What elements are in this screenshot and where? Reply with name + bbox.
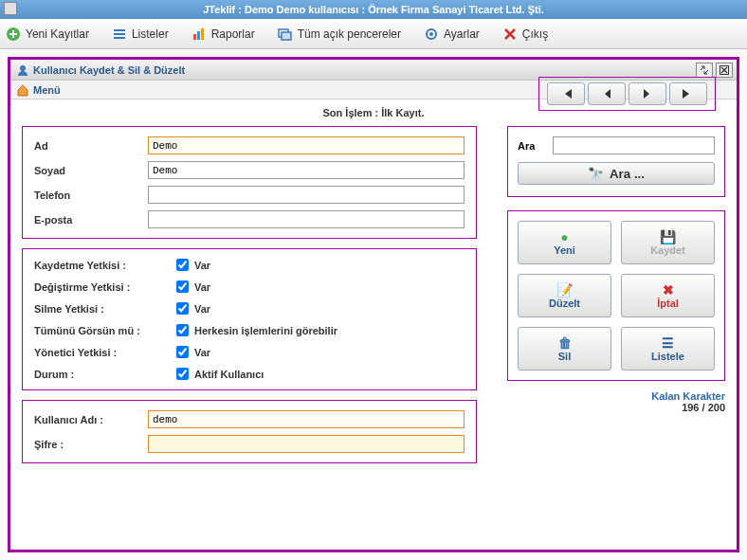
- svg-rect-4: [193, 34, 196, 40]
- kaydetme-checkbox[interactable]: [176, 259, 189, 271]
- maximize-button[interactable]: [696, 63, 713, 78]
- durum-text: Aktif Kullanıcı: [194, 369, 264, 380]
- nav-last-button[interactable]: [669, 82, 707, 105]
- permissions-group: Kaydetme Yetkisi : Var Değiştirme Yetkis…: [22, 248, 477, 390]
- edit-icon: 📝: [556, 283, 573, 297]
- eposta-label: E-posta: [34, 214, 148, 226]
- iptal-button[interactable]: ✖ İptal: [621, 274, 715, 317]
- list-icon: [112, 27, 127, 42]
- menu-raporlar[interactable]: Raporlar: [191, 27, 255, 42]
- user-panel: Kullanıcı Kaydet & Sil & Düzelt Menü Son…: [8, 57, 739, 552]
- search-button[interactable]: 🔭 Ara ...: [518, 162, 715, 185]
- telefon-input[interactable]: [148, 186, 465, 204]
- close-panel-button[interactable]: [716, 63, 733, 78]
- svg-rect-8: [282, 32, 291, 40]
- chart-icon: [191, 27, 207, 42]
- degistirme-label: Değiştirme Yetkisi :: [34, 281, 176, 293]
- yonetici-text: Var: [194, 347, 210, 358]
- durum-checkbox[interactable]: [176, 368, 189, 380]
- credentials-group: Kullanıcı Adı : Şifre :: [22, 400, 477, 463]
- soyad-label: Soyad: [34, 165, 148, 176]
- svg-point-11: [20, 65, 26, 71]
- record-nav: [538, 77, 716, 111]
- kaydet-button[interactable]: 💾 Kaydet: [621, 221, 715, 264]
- svg-rect-5: [197, 31, 200, 40]
- binoculars-icon: 🔭: [588, 167, 604, 181]
- menu-link[interactable]: Menü: [33, 84, 61, 96]
- trash-icon: 🗑: [558, 336, 572, 350]
- listele-button[interactable]: ☰ Listele: [621, 327, 715, 370]
- telefon-label: Telefon: [34, 190, 148, 201]
- save-icon: 💾: [660, 230, 676, 244]
- menu-listeler[interactable]: Listeler: [112, 27, 169, 42]
- duzelt-button[interactable]: 📝 Düzelt: [518, 274, 611, 317]
- remaining-count: 196 / 200: [507, 402, 725, 413]
- degistirme-text: Var: [194, 281, 210, 293]
- nav-next-button[interactable]: [629, 82, 666, 105]
- remaining-chars: Kalan Karakter 196 / 200: [507, 390, 725, 413]
- menu-ayarlar[interactable]: Ayarlar: [424, 27, 480, 42]
- search-group: Ara 🔭 Ara ...: [507, 126, 725, 197]
- user-icon: [16, 63, 29, 77]
- silme-checkbox[interactable]: [176, 302, 189, 315]
- home-icon: [16, 83, 29, 97]
- tumunu-text: Herkesin işlemlerini görebilir: [194, 325, 337, 336]
- plus-icon: ●: [560, 230, 568, 244]
- workspace: Kullanıcı Kaydet & Sil & Düzelt Menü Son…: [0, 49, 747, 560]
- plus-circle-icon: [6, 27, 21, 42]
- svg-rect-1: [114, 29, 125, 31]
- gear-icon: [424, 27, 439, 42]
- search-label: Ara: [518, 140, 553, 152]
- sil-button[interactable]: 🗑 Sil: [518, 327, 611, 370]
- eposta-input[interactable]: [148, 210, 465, 228]
- yonetici-checkbox[interactable]: [176, 346, 189, 358]
- windows-icon: [278, 27, 293, 42]
- ad-input[interactable]: [148, 136, 465, 154]
- username-label: Kullanıcı Adı :: [34, 414, 148, 425]
- degistirme-checkbox[interactable]: [176, 280, 189, 293]
- yeni-button[interactable]: ● Yeni: [518, 221, 611, 264]
- svg-rect-2: [114, 33, 125, 35]
- window-title: JTeklif : Demo Demo kullanıcısı : Örnek …: [203, 4, 544, 15]
- svg-point-10: [429, 32, 433, 36]
- kaydetme-label: Kaydetme Yetkisi :: [34, 260, 176, 271]
- menu-pencereler[interactable]: Tüm açık pencereler: [278, 27, 401, 42]
- nav-first-button[interactable]: [547, 82, 585, 105]
- main-menubar: Yeni Kayıtlar Listeler Raporlar Tüm açık…: [0, 19, 747, 49]
- kaydetme-text: Var: [194, 260, 210, 271]
- menu-yeni-kayitlar[interactable]: Yeni Kayıtlar: [6, 27, 89, 42]
- ad-label: Ad: [34, 140, 148, 152]
- identity-group: Ad Soyad Telefon E-posta: [22, 126, 477, 239]
- svg-rect-6: [201, 28, 204, 40]
- list-action-icon: ☰: [662, 336, 674, 350]
- tumunu-label: Tümünü Görsün mü :: [34, 325, 176, 336]
- password-input[interactable]: [148, 435, 465, 453]
- app-icon: [4, 2, 17, 15]
- actions-group: ● Yeni 💾 Kaydet 📝 Düzelt ✖ İptal: [507, 210, 725, 381]
- durum-label: Durum :: [34, 369, 176, 380]
- silme-text: Var: [194, 303, 210, 315]
- cancel-icon: ✖: [663, 283, 674, 297]
- silme-label: Silme Yetkisi :: [34, 303, 176, 315]
- soyad-input[interactable]: [148, 161, 465, 179]
- panel-title: Kullanıcı Kaydet & Sil & Düzelt: [33, 64, 185, 76]
- search-input[interactable]: [553, 136, 715, 154]
- svg-rect-3: [114, 37, 125, 39]
- close-icon: [502, 27, 518, 42]
- menu-cikis[interactable]: Çıkış: [502, 27, 548, 42]
- username-input[interactable]: [148, 410, 465, 428]
- remaining-title: Kalan Karakter: [507, 390, 725, 402]
- tumunu-checkbox[interactable]: [176, 324, 189, 336]
- yonetici-label: Yönetici Yetkisi :: [34, 347, 176, 358]
- window-titlebar: JTeklif : Demo Demo kullanıcısı : Örnek …: [0, 0, 747, 19]
- password-label: Şifre :: [34, 439, 148, 450]
- nav-prev-button[interactable]: [588, 82, 626, 105]
